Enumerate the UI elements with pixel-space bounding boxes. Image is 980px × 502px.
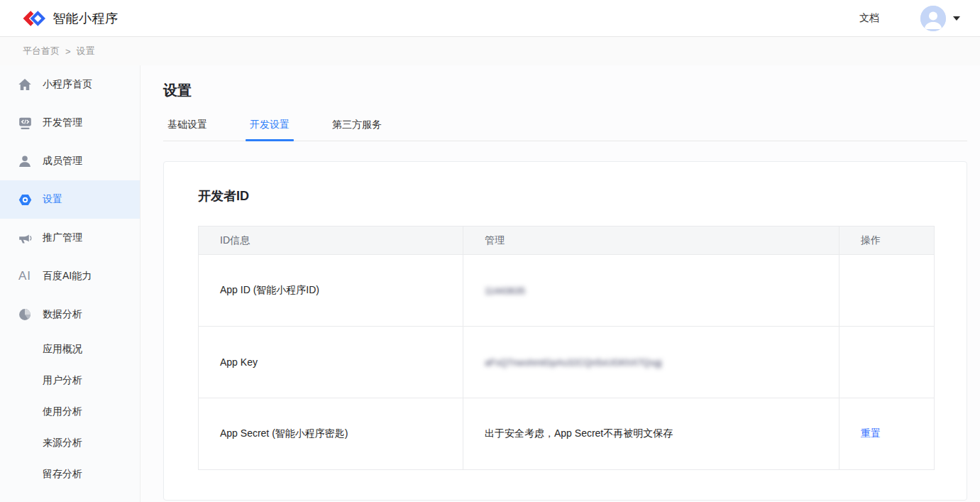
row-label: App ID (智能小程序ID) xyxy=(199,255,463,327)
page-title: 设置 xyxy=(163,81,967,100)
sidebar: 小程序首页 开发管理 成员管理 xyxy=(0,65,141,502)
table-row-app-id: App ID (智能小程序ID) 11443635 xyxy=(199,255,935,327)
chevron-down-icon[interactable] xyxy=(953,16,960,21)
megaphone-icon xyxy=(17,230,33,246)
pie-chart-icon xyxy=(17,307,33,322)
developer-id-card: 开发者ID ID信息 管理 操作 App ID (智能小程序ID) 114436… xyxy=(163,161,967,501)
avatar[interactable] xyxy=(920,6,946,31)
top-header: 智能小程序 文档 xyxy=(0,0,980,37)
sidebar-subitem-label: 应用概况 xyxy=(43,343,82,356)
sidebar-item-label: 开发管理 xyxy=(43,116,82,129)
sidebar-item-label: 设置 xyxy=(43,193,62,206)
sidebar-subitem-label: 使用分析 xyxy=(43,405,82,418)
sidebar-item-label: 数据分析 xyxy=(43,308,82,321)
settings-icon xyxy=(17,192,33,207)
sidebar-subitem-label: 留存分析 xyxy=(43,468,82,481)
sidebar-item-label: 推广管理 xyxy=(43,231,82,244)
breadcrumb-separator: > xyxy=(65,46,71,57)
sidebar-subitem-label: 来源分析 xyxy=(43,437,82,449)
column-header-action: 操作 xyxy=(839,227,935,255)
member-icon xyxy=(17,153,33,169)
sidebar-item-promotion[interactable]: 推广管理 xyxy=(0,219,140,257)
column-header-manage: 管理 xyxy=(463,227,839,255)
sidebar-item-dev-manage[interactable]: 开发管理 xyxy=(0,104,140,142)
brand-logo-icon xyxy=(21,9,45,28)
sidebar-item-members[interactable]: 成员管理 xyxy=(0,142,140,180)
account-menu[interactable] xyxy=(920,6,960,31)
sidebar-subitem-app-overview[interactable]: 应用概况 xyxy=(0,334,140,365)
tab-bar: 基础设置 开发设置 第三方服务 xyxy=(163,119,967,141)
sidebar-item-data-analysis[interactable]: 数据分析 xyxy=(0,295,140,334)
code-icon xyxy=(17,115,33,131)
row-label: App Secret (智能小程序密匙) xyxy=(199,398,463,470)
table-header-row: ID信息 管理 操作 xyxy=(199,227,935,255)
sidebar-item-label: 小程序首页 xyxy=(43,78,92,91)
tab-dev-settings[interactable]: 开发设置 xyxy=(246,119,294,141)
sidebar-item-settings[interactable]: 设置 xyxy=(0,180,140,219)
row-action-cell xyxy=(839,327,935,398)
developer-id-table: ID信息 管理 操作 App ID (智能小程序ID) 11443635 App… xyxy=(198,226,935,470)
sidebar-item-baidu-ai[interactable]: AI 百度AI能力 xyxy=(0,257,140,295)
sidebar-subitem-user-analysis[interactable]: 用户分析 xyxy=(0,365,140,396)
table-row-app-key: App Key aFsQ7nwshmtGpAs32CQn5xUGKhX7Qsgj xyxy=(199,327,935,398)
row-label: App Key xyxy=(199,327,463,398)
sidebar-item-label: 成员管理 xyxy=(43,155,82,168)
tab-basic-settings[interactable]: 基础设置 xyxy=(163,119,211,141)
sidebar-subitem-usage-analysis[interactable]: 使用分析 xyxy=(0,396,140,427)
row-action-cell xyxy=(839,255,935,327)
doc-link[interactable]: 文档 xyxy=(859,12,879,25)
tab-third-party[interactable]: 第三方服务 xyxy=(328,119,386,141)
reset-secret-link[interactable]: 重置 xyxy=(861,427,881,439)
brand-title: 智能小程序 xyxy=(53,10,119,27)
main-content: 设置 基础设置 开发设置 第三方服务 开发者ID ID信息 管理 操作 xyxy=(141,65,980,502)
breadcrumb: 平台首页 > 设置 xyxy=(0,37,980,65)
sidebar-subitem-retention-analysis[interactable]: 留存分析 xyxy=(0,459,140,490)
app-key-value: aFsQ7nwshmtGpAs32CQn5xUGKhX7Qsgj xyxy=(485,357,661,368)
sidebar-subitem-source-analysis[interactable]: 来源分析 xyxy=(0,427,140,459)
sidebar-item-label: 百度AI能力 xyxy=(43,270,92,283)
sidebar-subitem-label: 用户分析 xyxy=(43,374,82,387)
sidebar-item-home[interactable]: 小程序首页 xyxy=(0,65,140,104)
brand[interactable]: 智能小程序 xyxy=(21,9,119,28)
breadcrumb-current: 设置 xyxy=(77,45,95,58)
app-secret-note: 出于安全考虑，App Secret不再被明文保存 xyxy=(485,427,673,439)
home-icon xyxy=(17,77,33,92)
table-row-app-secret: App Secret (智能小程序密匙) 出于安全考虑，App Secret不再… xyxy=(199,398,935,470)
breadcrumb-home[interactable]: 平台首页 xyxy=(23,45,60,58)
ai-icon: AI xyxy=(17,268,33,284)
app-id-value: 11443635 xyxy=(485,285,525,296)
column-header-id-info: ID信息 xyxy=(199,227,463,255)
card-heading: 开发者ID xyxy=(198,187,932,204)
